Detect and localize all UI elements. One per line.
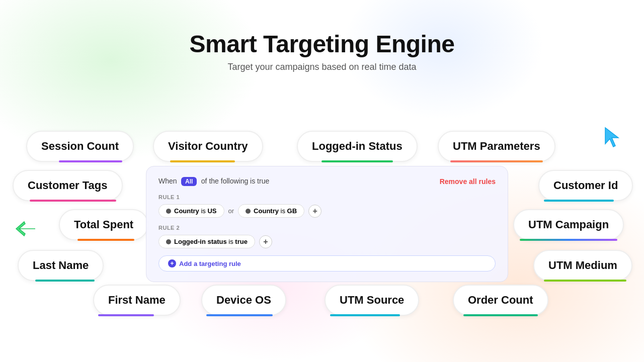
add-condition-2-button[interactable]: + bbox=[259, 235, 272, 248]
page-subtitle: Target your campaigns based on real time… bbox=[0, 62, 644, 72]
last-name-pill[interactable]: Last Name bbox=[18, 250, 104, 281]
when-condition: When All of the following is true bbox=[158, 176, 269, 186]
rule-1-section: RULE 1 Country is US or Country is GB + bbox=[158, 194, 496, 218]
utm-medium-pill[interactable]: UTM Medium bbox=[533, 250, 632, 281]
add-condition-1-button[interactable]: + bbox=[308, 205, 321, 218]
session-count-pill[interactable]: Session Count bbox=[26, 131, 134, 162]
visitor-country-pill[interactable]: Visitor Country bbox=[153, 131, 263, 162]
rule-2-row: Logged-in status is true + bbox=[158, 235, 496, 248]
globe-icon-2 bbox=[246, 209, 251, 214]
device-os-pill[interactable]: Device OS bbox=[201, 285, 286, 316]
rule-2-label: RULE 2 bbox=[158, 225, 496, 231]
first-name-pill[interactable]: First Name bbox=[93, 285, 181, 316]
cursor-arrow bbox=[603, 126, 621, 148]
order-count-pill[interactable]: Order Count bbox=[453, 285, 548, 316]
condition-country-us[interactable]: Country is US bbox=[158, 204, 224, 218]
logged-in-status-pill[interactable]: Logged-in Status bbox=[297, 131, 418, 162]
customer-id-pill[interactable]: Customer Id bbox=[538, 170, 633, 201]
page-header: Smart Targeting Engine Target your campa… bbox=[0, 0, 644, 82]
add-targeting-rule-button[interactable]: + Add a targeting rule bbox=[158, 255, 496, 272]
rule-panel-header: When All of the following is true Remove… bbox=[158, 176, 496, 186]
total-spent-pill[interactable]: Total Spent bbox=[59, 209, 148, 240]
globe-icon bbox=[166, 209, 171, 214]
condition-logged-in[interactable]: Logged-in status is true bbox=[158, 235, 255, 248]
utm-source-pill[interactable]: UTM Source bbox=[325, 285, 419, 316]
utm-campaign-pill[interactable]: UTM Campaign bbox=[513, 209, 624, 240]
or-separator: or bbox=[228, 207, 234, 215]
condition-country-gb[interactable]: Country is GB bbox=[238, 204, 304, 218]
rule-panel: When All of the following is true Remove… bbox=[146, 166, 508, 282]
page-title: Smart Targeting Engine bbox=[0, 30, 644, 58]
rule-2-section: RULE 2 Logged-in status is true + bbox=[158, 225, 496, 248]
rule-1-label: RULE 1 bbox=[158, 194, 496, 200]
utm-parameters-pill[interactable]: UTM Parameters bbox=[438, 131, 555, 162]
user-icon bbox=[166, 239, 171, 244]
customer-tags-pill[interactable]: Customer Tags bbox=[13, 170, 123, 201]
remove-all-rules-button[interactable]: Remove all rules bbox=[440, 177, 496, 186]
left-arrow bbox=[15, 220, 37, 240]
plus-circle-icon: + bbox=[168, 259, 176, 267]
rule-1-row: Country is US or Country is GB + bbox=[158, 204, 496, 218]
